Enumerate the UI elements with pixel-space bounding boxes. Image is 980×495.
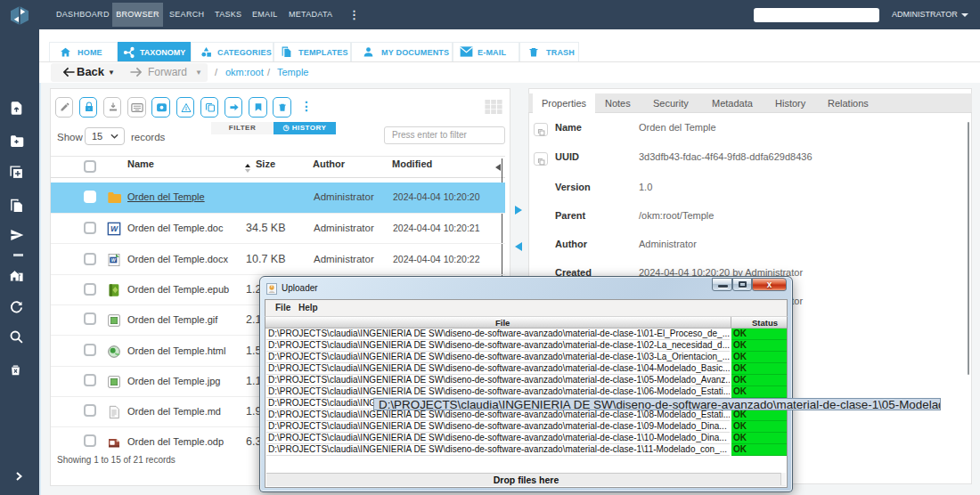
svg-text:W: W	[110, 224, 118, 233]
